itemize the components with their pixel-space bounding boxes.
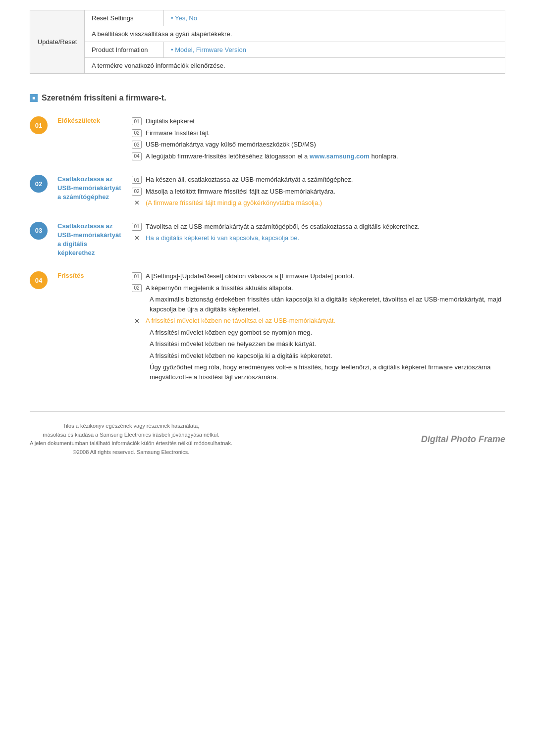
sub-num-04-0: 01 xyxy=(132,272,142,280)
sub-item-01-1: 02Firmware frissítési fájl. xyxy=(132,128,505,138)
product-info-value: • Model, Firmware Version xyxy=(164,42,505,58)
sub-text-04-7: Úgy győződhet meg róla, hogy eredményes … xyxy=(150,362,505,382)
step-title-01: Előkészületek xyxy=(57,116,122,125)
sub-item-03-0: 01Távolítsa el az USB-memóriakártyát a s… xyxy=(132,222,505,232)
step-content-02: 01Ha készen áll, csatlakoztassa az USB-m… xyxy=(132,175,505,208)
reset-settings-desc: A beállítások visszaállítása a gyári ala… xyxy=(85,26,505,42)
step-row-04: 04Frissítés01A [Settings]-[Update/Reset]… xyxy=(30,271,505,382)
sub-item-02-1: 02Másolja a letöltött firmware frissítés… xyxy=(132,187,505,197)
sub-text-04-4: A frissítési művelet közben egy gombot s… xyxy=(150,328,312,338)
step-badge-02: 02 xyxy=(30,175,48,193)
sub-x-04-3: ✕ xyxy=(132,317,142,325)
sub-item-01-2: 03USB-memóriakártya vagy külső memóriaes… xyxy=(132,140,505,150)
sub-text-04-5: A frissítési művelet közben ne helyezzen… xyxy=(150,339,316,349)
sub-item-04-3: ✕A frissítési művelet közben ne távolíts… xyxy=(132,316,505,326)
table-row-product: Product Information • Model, Firmware Ve… xyxy=(30,42,505,58)
step-title-03: Csatlakoztassa az USB-memóriakártyát a d… xyxy=(57,222,122,258)
info-table: Update/Reset Reset Settings • Yes, No A … xyxy=(30,10,505,74)
sub-num-01-0: 01 xyxy=(132,117,142,125)
sub-text-01-1: Firmware frissítési fájl. xyxy=(146,128,210,138)
step-title-02: Csatlakoztassa az USB-memóriakártyát a s… xyxy=(57,175,122,202)
reset-settings-value: • Yes, No xyxy=(164,10,505,26)
sub-text-03-0: Távolítsa el az USB-memóriakártyát a szá… xyxy=(146,222,420,232)
step-badge-01: 01 xyxy=(30,116,48,134)
sub-text-01-2: USB-memóriakártya vagy külső memóriaeszk… xyxy=(146,140,316,150)
reset-settings-label: Reset Settings xyxy=(85,10,164,26)
step-content-03: 01Távolítsa el az USB-memóriakártyát a s… xyxy=(132,222,505,243)
sub-text-04-3: A frissítési művelet közben ne távolítsa… xyxy=(146,316,335,326)
step-content-01: 01Digitális képkeret02Firmware frissítés… xyxy=(132,116,505,161)
samsung-link[interactable]: www.samsung.com xyxy=(310,152,370,160)
table-row-reset: Update/Reset Reset Settings • Yes, No xyxy=(30,10,505,26)
sub-text-04-1: A képernyőn megjelenik a frissítés aktuá… xyxy=(146,283,293,293)
sub-item-04-6: A frissítési művelet közben ne kapcsolja… xyxy=(132,351,505,361)
step-row-03: 03Csatlakoztassa az USB-memóriakártyát a… xyxy=(30,222,505,258)
sub-item-04-5: A frissítési művelet közben ne helyezzen… xyxy=(132,339,505,349)
section-heading: ■ Szeretném frissíteni a firmware-t. xyxy=(30,94,505,102)
sub-item-04-1: 02A képernyőn megjelenik a frissítés akt… xyxy=(132,283,505,293)
sub-text-02-2: (A firmware frissítési fájlt mindig a gy… xyxy=(146,198,322,208)
product-info-bullet: • Model, Firmware Version xyxy=(171,46,246,53)
sub-num-02-0: 01 xyxy=(132,176,142,184)
sub-text-02-1: Másolja a letöltött firmware frissítési … xyxy=(146,187,335,197)
sub-num-01-2: 03 xyxy=(132,141,142,149)
sub-num-04-1: 02 xyxy=(132,284,142,292)
sub-item-02-2: ✕(A firmware frissítési fájlt mindig a g… xyxy=(132,198,505,208)
footer-text: Tilos a kézikönyv egészének vagy részein… xyxy=(30,422,232,456)
sub-x-03-1: ✕ xyxy=(132,234,142,242)
step-content-04: 01A [Settings]-[Update/Reset] oldalon vá… xyxy=(132,271,505,382)
step-badge-03: 03 xyxy=(30,222,48,240)
sub-item-04-0: 01A [Settings]-[Update/Reset] oldalon vá… xyxy=(132,271,505,281)
product-info-label: Product Information xyxy=(85,42,164,58)
step-badge-04: 04 xyxy=(30,271,48,289)
steps-container: 01Előkészületek01Digitális képkeret02Fir… xyxy=(30,116,505,382)
footer-line1: Tilos a kézikönyv egészének vagy részein… xyxy=(63,423,199,429)
step-title-04: Frissítés xyxy=(57,271,122,280)
sub-item-04-7: Úgy győződhet meg róla, hogy eredményes … xyxy=(132,362,505,382)
sub-item-04-4: A frissítési művelet közben egy gombot s… xyxy=(132,328,505,338)
section-heading-text: Szeretném frissíteni a firmware-t. xyxy=(42,94,166,102)
sub-item-01-3: 04A legújabb firmware-frissítés letöltés… xyxy=(132,151,505,161)
table-row-reset-desc: A beállítások visszaállítása a gyári ala… xyxy=(30,26,505,42)
sub-text-03-1: Ha a digitális képkeret ki van kapcsolva… xyxy=(146,233,299,243)
sub-num-03-0: 01 xyxy=(132,223,142,231)
update-reset-header: Update/Reset xyxy=(30,10,85,74)
footer-line3: A jelen dokumentumban található informác… xyxy=(30,440,232,446)
sub-text-04-2: A maximális biztonság érdekében frissíté… xyxy=(150,295,505,314)
footer-brand: Digital Photo Frame xyxy=(421,434,505,445)
sub-text-01-3: A legújabb firmware-frissítés letöltéséh… xyxy=(146,151,398,161)
sub-text-01-0: Digitális képkeret xyxy=(146,116,195,126)
sub-num-02-1: 02 xyxy=(132,188,142,196)
sub-text-04-0: A [Settings]-[Update/Reset] oldalon vála… xyxy=(146,271,354,281)
product-info-desc: A termékre vonatkozó információk ellenőr… xyxy=(85,58,505,74)
sub-x-02-2: ✕ xyxy=(132,199,142,207)
sub-text-02-0: Ha készen áll, csatlakoztassa az USB-mem… xyxy=(146,175,353,185)
sub-num-01-1: 02 xyxy=(132,129,142,137)
step-row-01: 01Előkészületek01Digitális képkeret02Fir… xyxy=(30,116,505,161)
footer: Tilos a kézikönyv egészének vagy részein… xyxy=(30,411,505,456)
table-row-product-desc: A termékre vonatkozó információk ellenőr… xyxy=(30,58,505,74)
sub-item-01-0: 01Digitális képkeret xyxy=(132,116,505,126)
reset-settings-bullet: • Yes, No xyxy=(171,14,197,22)
footer-line4: ©2008 All rights reserved. Samsung Elect… xyxy=(73,449,190,455)
sub-item-03-1: ✕Ha a digitális képkeret ki van kapcsolv… xyxy=(132,233,505,243)
sub-num-01-3: 04 xyxy=(132,152,142,160)
sub-item-04-2: A maximális biztonság érdekében frissíté… xyxy=(132,295,505,314)
step-row-02: 02Csatlakoztassa az USB-memóriakártyát a… xyxy=(30,175,505,208)
footer-line2: másolása és kiadása a Samsung Electronic… xyxy=(43,432,219,438)
sub-item-02-0: 01Ha készen áll, csatlakoztassa az USB-m… xyxy=(132,175,505,185)
section-heading-icon: ■ xyxy=(30,94,38,102)
sub-text-04-6: A frissítési művelet közben ne kapcsolja… xyxy=(150,351,332,361)
